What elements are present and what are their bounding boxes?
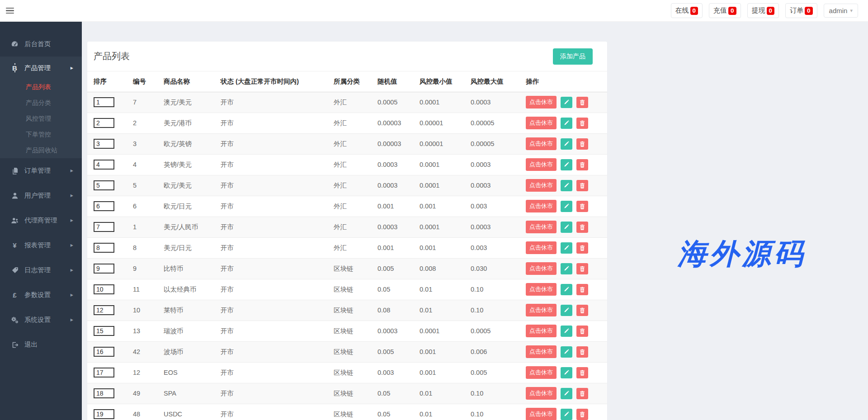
edit-button[interactable] bbox=[561, 201, 572, 212]
sort-input[interactable] bbox=[94, 139, 114, 149]
suspend-market-button[interactable]: 点击休市 bbox=[526, 325, 557, 337]
suspend-market-button[interactable]: 点击休市 bbox=[526, 137, 557, 150]
edit-button[interactable] bbox=[561, 242, 572, 254]
suspend-market-button[interactable]: 点击休市 bbox=[526, 241, 557, 254]
suspend-market-button[interactable]: 点击休市 bbox=[526, 387, 557, 400]
delete-button[interactable] bbox=[576, 367, 588, 378]
edit-button[interactable] bbox=[561, 97, 572, 108]
delete-button[interactable] bbox=[576, 346, 588, 358]
suspend-market-button[interactable]: 点击休市 bbox=[526, 179, 557, 192]
delete-button[interactable] bbox=[576, 222, 588, 233]
sort-input[interactable] bbox=[94, 347, 114, 357]
sort-input[interactable] bbox=[94, 160, 114, 170]
table-row: 48 USDC 开市 区块链 0.05 0.01 0.10 点击休市 bbox=[87, 404, 607, 420]
chevron-right-icon: ▶ bbox=[71, 169, 73, 173]
sidebar-item-system-settings[interactable]: 系统设置 ▶ bbox=[0, 307, 82, 332]
suspend-market-button[interactable]: 点击休市 bbox=[526, 262, 557, 275]
sort-input[interactable] bbox=[94, 201, 114, 211]
suspend-market-button[interactable]: 点击休市 bbox=[526, 117, 557, 129]
delete-button[interactable] bbox=[576, 242, 588, 254]
table-row: 8 美元/日元 开市 外汇 0.001 0.001 0.003 点击休市 bbox=[87, 237, 607, 258]
sort-input[interactable] bbox=[94, 284, 114, 294]
sort-input[interactable] bbox=[94, 368, 114, 378]
delete-button[interactable] bbox=[576, 97, 588, 108]
edit-button[interactable] bbox=[561, 409, 572, 420]
sidebar-item-products[interactable]: B 产品管理 ▶ bbox=[0, 57, 82, 79]
suspend-market-button[interactable]: 点击休市 bbox=[526, 366, 557, 379]
sort-input[interactable] bbox=[94, 409, 114, 419]
stat-orders-button[interactable]: 订单 0 bbox=[785, 3, 817, 18]
edit-button[interactable] bbox=[561, 346, 572, 358]
cell-risk-min: 0.0001 bbox=[413, 92, 464, 113]
chevron-right-icon: ▶ bbox=[71, 268, 73, 272]
delete-button[interactable] bbox=[576, 180, 588, 191]
sort-input[interactable] bbox=[94, 97, 114, 107]
suspend-market-button[interactable]: 点击休市 bbox=[526, 221, 557, 233]
edit-button[interactable] bbox=[561, 159, 572, 170]
edit-button[interactable] bbox=[561, 367, 572, 378]
sort-input[interactable] bbox=[94, 326, 114, 336]
edit-button[interactable] bbox=[561, 388, 572, 399]
stat-online-button[interactable]: 在线 0 bbox=[671, 3, 703, 18]
edit-button[interactable] bbox=[561, 263, 572, 274]
sidebar-item-orders[interactable]: 订单管理 ▶ bbox=[0, 158, 82, 183]
sidebar-item-users[interactable]: 用户管理 ▶ bbox=[0, 183, 82, 208]
delete-button[interactable] bbox=[576, 118, 588, 129]
sort-input[interactable] bbox=[94, 243, 114, 253]
sidebar-item-parameters[interactable]: £ 参数设置 ▶ bbox=[0, 283, 82, 307]
suspend-market-button[interactable]: 点击休市 bbox=[526, 96, 557, 109]
sidebar-item-product-list[interactable]: 产品列表 bbox=[0, 79, 82, 95]
suspend-market-button[interactable]: 点击休市 bbox=[526, 304, 557, 316]
sort-input[interactable] bbox=[94, 222, 114, 232]
sort-input[interactable] bbox=[94, 305, 114, 315]
logout-icon bbox=[10, 341, 19, 349]
cell-status: 开市 bbox=[214, 279, 327, 300]
cell-id: 49 bbox=[127, 383, 157, 404]
delete-button[interactable] bbox=[576, 159, 588, 170]
delete-button[interactable] bbox=[576, 409, 588, 420]
count-badge: 0 bbox=[767, 7, 775, 15]
card-header: 产品列表 添加产品 bbox=[87, 42, 607, 71]
sidebar-item-product-category[interactable]: 产品分类 bbox=[0, 95, 82, 111]
sort-input[interactable] bbox=[94, 388, 114, 398]
count-badge: 0 bbox=[805, 7, 813, 15]
delete-button[interactable] bbox=[576, 326, 588, 337]
sidebar-item-logs[interactable]: 日志管理 ▶ bbox=[0, 258, 82, 283]
delete-button[interactable] bbox=[576, 305, 588, 316]
sidebar-item-label: 日志管理 bbox=[24, 266, 51, 274]
sort-input[interactable] bbox=[94, 264, 114, 274]
cell-id: 7 bbox=[127, 92, 157, 113]
delete-button[interactable] bbox=[576, 388, 588, 399]
edit-button[interactable] bbox=[561, 222, 572, 233]
suspend-market-button[interactable]: 点击休市 bbox=[526, 283, 557, 296]
col-risk-min: 风控最小值 bbox=[413, 71, 464, 92]
edit-button[interactable] bbox=[561, 305, 572, 316]
user-menu[interactable]: admin ▾ bbox=[824, 4, 858, 18]
edit-button[interactable] bbox=[561, 326, 572, 337]
stat-withdraw-button[interactable]: 提现 0 bbox=[747, 3, 779, 18]
suspend-market-button[interactable]: 点击休市 bbox=[526, 200, 557, 212]
sidebar-item-logout[interactable]: 退出 bbox=[0, 332, 82, 357]
suspend-market-button[interactable]: 点击休市 bbox=[526, 408, 557, 420]
suspend-market-button[interactable]: 点击休市 bbox=[526, 158, 557, 171]
sort-input[interactable] bbox=[94, 180, 114, 190]
sidebar-item-dashboard[interactable]: 后台首页 bbox=[0, 32, 82, 57]
edit-button[interactable] bbox=[561, 118, 572, 129]
edit-button[interactable] bbox=[561, 180, 572, 191]
sidebar-item-product-recycle[interactable]: 产品回收站 bbox=[0, 142, 82, 158]
edit-button[interactable] bbox=[561, 284, 572, 295]
delete-button[interactable] bbox=[576, 138, 588, 150]
suspend-market-button[interactable]: 点击休市 bbox=[526, 345, 557, 358]
sort-input[interactable] bbox=[94, 118, 114, 128]
edit-button[interactable] bbox=[561, 138, 572, 150]
sidebar-item-order-control[interactable]: 下单管控 bbox=[0, 127, 82, 142]
stat-recharge-button[interactable]: 充值 0 bbox=[709, 3, 741, 18]
sidebar-item-reports[interactable]: ¥ 报表管理 ▶ bbox=[0, 233, 82, 258]
delete-button[interactable] bbox=[576, 201, 588, 212]
delete-button[interactable] bbox=[576, 263, 588, 274]
delete-button[interactable] bbox=[576, 284, 588, 295]
sidebar-item-risk-management[interactable]: 风控管理 bbox=[0, 111, 82, 127]
add-product-button[interactable]: 添加产品 bbox=[553, 48, 593, 65]
menu-toggle-icon[interactable] bbox=[6, 6, 15, 15]
sidebar-item-agents[interactable]: 代理商管理 ▶ bbox=[0, 208, 82, 233]
